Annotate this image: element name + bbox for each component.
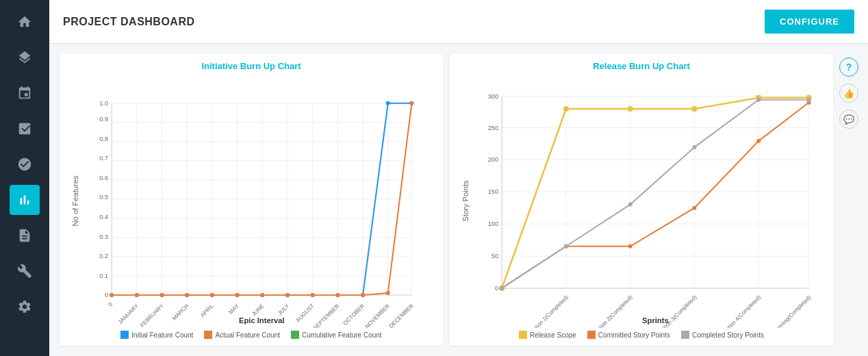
svg-point-61 (386, 101, 390, 105)
sidebar-item-calendar[interactable] (10, 78, 40, 108)
legend-completed-story: Completed Story Points (681, 331, 764, 339)
svg-point-114 (756, 139, 761, 143)
svg-text:DECEMBER: DECEMBER (388, 303, 415, 328)
svg-text:MARCH: MARCH (171, 303, 190, 322)
svg-text:200: 200 (488, 156, 498, 163)
sidebar-item-chart[interactable] (10, 185, 40, 215)
sidebar-item-document[interactable] (10, 220, 40, 251)
svg-text:0.8: 0.8 (99, 136, 108, 142)
legend-color-orange-release (587, 331, 596, 339)
svg-point-67 (210, 293, 214, 297)
svg-point-73 (361, 293, 365, 297)
svg-text:0.5: 0.5 (99, 194, 108, 201)
svg-point-121 (807, 98, 811, 102)
sidebar-item-circle[interactable] (10, 149, 40, 179)
release-chart-legend: Release Scope Committed Story Points Com… (460, 331, 823, 339)
svg-text:SEPTEMBER: SEPTEMBER (312, 303, 341, 328)
svg-text:Sprints: Sprints (642, 316, 669, 325)
svg-text:Iteration 2(Completed): Iteration 2(Completed) (590, 294, 634, 328)
release-chart-panel: Release Burn Up Chart Story Points (450, 54, 833, 346)
svg-text:1.0: 1.0 (99, 100, 108, 107)
svg-text:0: 0 (105, 292, 108, 298)
initiative-chart-panel: Initiative Burn Up Chart No of Features (60, 54, 443, 346)
initiative-chart-area: No of Features (70, 74, 433, 328)
legend-color-blue (120, 331, 129, 339)
legend-committed-story: Committed Story Points (587, 331, 670, 339)
svg-point-64 (135, 293, 139, 297)
svg-text:0: 0 (107, 301, 114, 308)
sidebar-item-settings[interactable] (10, 292, 40, 322)
svg-text:NOVEMBER: NOVEMBER (364, 303, 391, 328)
svg-point-70 (285, 293, 290, 297)
svg-text:100: 100 (488, 220, 498, 227)
svg-text:JUNE: JUNE (251, 303, 266, 318)
svg-point-118 (628, 203, 633, 207)
svg-point-120 (756, 98, 761, 102)
svg-text:50: 50 (492, 253, 498, 259)
legend-cumulative-feature: Cumulative Feature Count (291, 331, 382, 339)
right-panel: ? 👍 💬 (837, 51, 861, 349)
svg-point-113 (692, 206, 696, 210)
svg-text:OCTOBER: OCTOBER (342, 303, 366, 327)
main-content: PROJECT DASHBOARD CONFIGURE Initiative B… (49, 0, 868, 356)
sidebar-item-cube[interactable] (10, 114, 40, 144)
svg-text:Story Points: Story Points (461, 180, 470, 222)
svg-point-106 (628, 106, 633, 112)
svg-text:300: 300 (488, 93, 498, 100)
svg-point-117 (564, 244, 568, 249)
svg-point-66 (185, 293, 189, 297)
svg-text:250: 250 (488, 125, 498, 131)
svg-point-116 (500, 286, 504, 290)
svg-text:0.9: 0.9 (99, 116, 108, 123)
legend-release-scope: Release Scope (519, 331, 576, 339)
thumbsup-icon-button[interactable]: 👍 (839, 84, 858, 103)
svg-text:MAY: MAY (227, 303, 240, 316)
help-icon-button[interactable]: ? (839, 58, 858, 77)
svg-text:0.4: 0.4 (99, 214, 108, 220)
svg-text:JANUARY: JANUARY (117, 303, 140, 326)
sidebar-item-layers[interactable] (10, 42, 40, 73)
sidebar-item-home[interactable] (10, 7, 40, 37)
legend-initial-feature: Initial Feature Count (120, 331, 193, 339)
svg-point-105 (563, 106, 569, 112)
svg-text:Iteration 1(Completed): Iteration 1(Completed) (526, 294, 570, 328)
comment-icon-button[interactable]: 💬 (839, 110, 858, 129)
svg-point-69 (260, 293, 264, 297)
svg-text:AUGUST: AUGUST (295, 303, 316, 323)
sidebar-item-wrench[interactable] (10, 256, 40, 286)
svg-point-68 (235, 293, 240, 297)
release-chart-area: Story Points (460, 74, 823, 328)
svg-point-65 (159, 293, 164, 297)
svg-text:APRIL: APRIL (199, 303, 215, 318)
svg-text:0: 0 (495, 285, 498, 292)
page-header: PROJECT DASHBOARD CONFIGURE (49, 0, 868, 44)
configure-button[interactable]: CONFIGURE (765, 10, 854, 34)
legend-color-gray (681, 331, 689, 339)
svg-text:0.2: 0.2 (99, 253, 108, 259)
svg-text:150: 150 (488, 188, 498, 195)
svg-point-112 (628, 244, 633, 249)
svg-text:No of Features: No of Features (71, 175, 79, 226)
svg-text:0.1: 0.1 (99, 272, 108, 279)
legend-color-green (291, 331, 299, 339)
legend-actual-feature: Actual Feature Count (204, 331, 280, 339)
svg-text:FEBRUARY: FEBRUARY (139, 303, 165, 328)
legend-color-orange (204, 331, 212, 339)
dashboard-body: Initiative Burn Up Chart No of Features (49, 44, 868, 356)
initiative-chart-legend: Initial Feature Count Actual Feature Cou… (70, 331, 433, 339)
page-title: PROJECT DASHBOARD (63, 16, 195, 28)
svg-text:0.6: 0.6 (99, 175, 108, 181)
svg-point-71 (311, 293, 315, 297)
svg-text:Iteration 4(Completed): Iteration 4(Completed) (719, 294, 763, 328)
svg-text:Epic Interval: Epic Interval (239, 316, 285, 325)
svg-point-63 (110, 293, 114, 297)
svg-text:0.7: 0.7 (99, 155, 108, 162)
svg-point-119 (692, 145, 696, 149)
svg-point-75 (409, 101, 413, 105)
sidebar (0, 0, 49, 356)
initiative-chart-title: Initiative Burn Up Chart (70, 61, 433, 71)
svg-text:0.3: 0.3 (99, 233, 108, 240)
svg-point-74 (386, 291, 390, 295)
svg-point-72 (335, 293, 340, 297)
svg-text:JULY: JULY (277, 303, 290, 316)
